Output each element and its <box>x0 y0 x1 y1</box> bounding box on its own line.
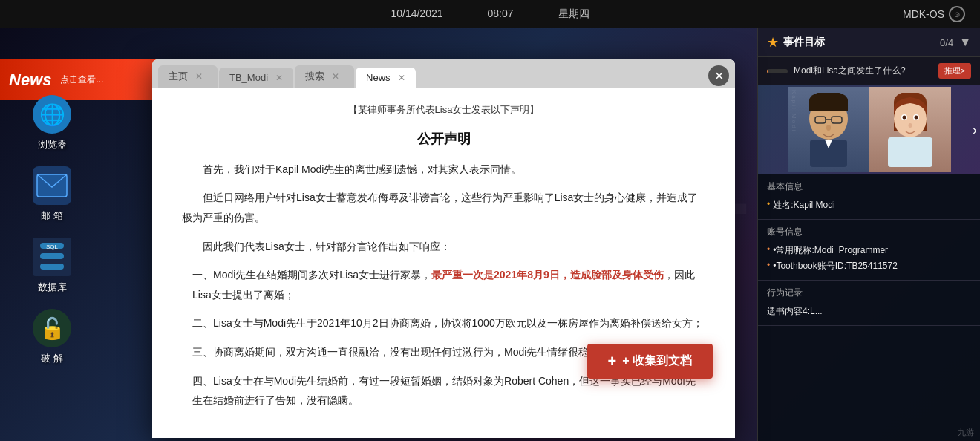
watermark-text: 九游 <box>958 428 974 437</box>
progress-bar <box>767 69 788 74</box>
svg-point-21 <box>908 123 912 128</box>
dot-icon-2: • <box>767 260 770 272</box>
svg-point-19 <box>902 115 906 119</box>
behavior-section: 行为记录 遗书内容4:L... <box>758 281 980 326</box>
bullet-icon: • <box>767 199 770 212</box>
time-display: 08:07 <box>488 7 514 21</box>
article-para-3: 因此我们代表Lisa女士，针对部分言论作出如下响应： <box>182 237 705 257</box>
basic-info-section: 基本信息 • 姓名:Kapil Modi <box>758 174 980 220</box>
os-label: MDK-OS <box>903 8 944 20</box>
crack-icon-label: 破 解 <box>41 352 63 365</box>
collect-button[interactable]: + + 收集到文档 <box>587 344 713 379</box>
svg-rect-7 <box>809 100 848 111</box>
tab-news[interactable]: News ✕ <box>356 68 416 88</box>
progress-fill <box>767 69 768 74</box>
name-label: 姓名:Kapil Modi <box>773 199 834 212</box>
article-para-2: 但近日网络用户针对Lisa女士蓄意发布侮辱及诽谤言论，这些行为严重影响了Lisa… <box>182 188 705 227</box>
article-title: 公开声明 <box>182 130 705 148</box>
tab-home-label: 主页 <box>169 70 188 83</box>
collect-button-container: + + 收集到文档 <box>587 344 713 379</box>
collect-plus-icon: + <box>608 353 617 370</box>
event-count: 0/4 <box>940 37 953 48</box>
browser-tabs: 主页 ✕ TB_Modi ✕ 搜索 ✕ News ✕ <box>152 59 735 88</box>
behavior-text: 遗书内容4:L... <box>767 305 823 318</box>
basic-info-title: 基本信息 <box>767 180 971 193</box>
svg-point-20 <box>914 115 918 119</box>
email-icon-label: 邮 箱 <box>41 209 63 223</box>
account-info-title: 账号信息 <box>767 226 971 238</box>
weekday-display: 星期四 <box>558 7 589 21</box>
event-star-icon: ★ <box>767 34 779 50</box>
tab-home[interactable]: 主页 ✕ <box>158 65 218 88</box>
svg-rect-2 <box>40 253 64 259</box>
dot-icon-1: • <box>767 244 770 257</box>
browser-icon-label: 浏览器 <box>38 138 67 151</box>
tab-news-close[interactable]: ✕ <box>398 73 405 83</box>
desktop-icon-email[interactable]: 邮 箱 <box>15 166 89 223</box>
account-info-section: 账号信息 • •常用昵称:Modi_Programmer • •Toothboo… <box>758 220 980 281</box>
person-bg: Kapil Modi <box>758 85 980 174</box>
tab-tb-modi-close[interactable]: ✕ <box>275 73 283 83</box>
article-point-2: 二、Lisa女士与Modi先生于2021年10月2日协商离婚，协议将1000万欧… <box>182 313 705 333</box>
desktop: NGER OUT News 点击查看... 🌐 浏览器 邮 箱 <box>0 28 980 441</box>
tab-search-close[interactable]: ✕ <box>332 71 339 82</box>
svg-text:SQL: SQL <box>46 244 59 250</box>
tab-search-label: 搜索 <box>305 70 324 83</box>
desktop-icon-crack[interactable]: 🔓 破 解 <box>15 309 89 365</box>
right-panel: ★ 事件目标 0/4 ▼ Modi和Lisa之间发生了什么? 推理> Kapil… <box>757 28 980 441</box>
date-display: 10/14/2021 <box>391 7 442 21</box>
person-card: Kapil Modi <box>758 85 980 174</box>
card-arrow[interactable]: › <box>970 119 980 140</box>
article-para-1: 首先，我们对于Kapil Modi先生的离世感到遗憾，对其家人表示同情。 <box>182 160 705 180</box>
database-icon-label: 数据库 <box>38 281 67 294</box>
highlight-1: 最严重一次是2021年8月9日，造成脸部及身体受伤 <box>431 269 664 281</box>
article-header: 【某律师事务所代表Lisa女士发表以下声明】 <box>182 102 705 118</box>
event-question-text: Modi和Lisa之间发生了什么? <box>794 65 906 77</box>
svg-rect-22 <box>888 137 932 167</box>
behavior-title: 行为记录 <box>767 287 971 299</box>
event-question-row: Modi和Lisa之间发生了什么? 推理> <box>758 57 980 85</box>
tab-home-close[interactable]: ✕ <box>195 71 203 82</box>
svg-rect-3 <box>40 264 64 270</box>
desktop-icon-database[interactable]: SQL 数据库 <box>15 238 89 294</box>
tab-tb-modi[interactable]: TB_Modi ✕ <box>219 68 293 88</box>
event-header: ★ 事件目标 0/4 ▼ <box>758 28 980 57</box>
article-point-1: 一、Modi先生在结婚期间多次对Lisa女士进行家暴，最严重一次是2021年8月… <box>182 265 705 304</box>
toothbook-item: • •Toothbook账号ID:TB25411572 <box>767 258 971 274</box>
svg-point-11 <box>826 125 831 131</box>
event-title: 事件目标 <box>783 36 825 49</box>
desktop-icons: 🌐 浏览器 邮 箱 SQL 数据库 <box>0 28 104 441</box>
recommend-button[interactable]: 推理> <box>938 63 971 79</box>
behavior-item: 遗书内容4:L... <box>767 304 971 319</box>
browser-content[interactable]: 【某律师事务所代表Lisa女士发表以下声明】 公开声明 首先，我们对于Kapil… <box>152 88 735 438</box>
event-chevron-icon[interactable]: ▼ <box>959 36 971 49</box>
toothbook-label: •Toothbook账号ID:TB25411572 <box>773 260 898 272</box>
tab-search[interactable]: 搜索 ✕ <box>295 65 354 88</box>
tab-news-label: News <box>366 72 391 83</box>
browser-window: ✕ 主页 ✕ TB_Modi ✕ 搜索 ✕ News ✕ <box>152 59 735 438</box>
watermark: 九游 <box>958 427 974 438</box>
tab-tb-modi-label: TB_Modi <box>229 72 268 83</box>
top-bar: 10/14/2021 08:07 星期四 MDK-OS ⊙ <box>0 0 980 28</box>
collect-button-label: + 收集到文档 <box>622 353 692 369</box>
nickname-label: •常用昵称:Modi_Programmer <box>773 244 888 257</box>
nickname-item: • •常用昵称:Modi_Programmer <box>767 243 971 258</box>
os-icon: ⊙ <box>949 6 965 22</box>
name-info-item: • 姓名:Kapil Modi <box>767 197 971 213</box>
browser-close-button[interactable]: ✕ <box>708 65 729 86</box>
desktop-icon-browser[interactable]: 🌐 浏览器 <box>15 95 89 151</box>
